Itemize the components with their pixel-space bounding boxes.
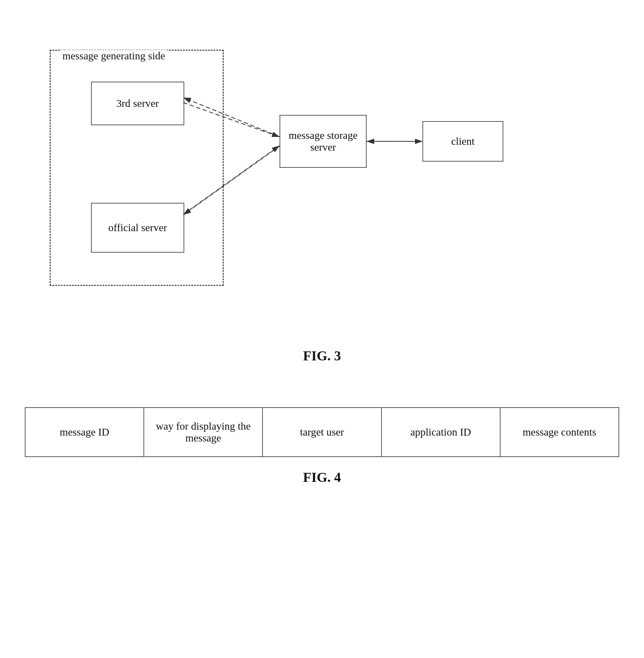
3rd-server-box: 3rd server xyxy=(91,82,184,125)
fig4-caption: FIG. 4 xyxy=(25,470,619,485)
col-way-displaying: way for displaying the message xyxy=(144,408,262,457)
message-storage-server-box: message storageserver xyxy=(280,115,367,168)
fig3-diagram: message generating side 3rd server offic… xyxy=(25,31,619,342)
table-row: message ID way for displaying the messag… xyxy=(25,408,619,457)
fig3-caption: FIG. 3 xyxy=(25,348,619,364)
fig4-container: message ID way for displaying the messag… xyxy=(25,407,619,457)
dashed-box-label: message generating side xyxy=(60,50,167,62)
page: message generating side 3rd server offic… xyxy=(0,0,644,658)
message-generating-side-box: message generating side 3rd server offic… xyxy=(50,50,224,286)
col-target-user: target user xyxy=(262,408,381,457)
col-message-contents: message contents xyxy=(500,408,619,457)
official-server-box: official server xyxy=(91,203,184,253)
col-application-id: application ID xyxy=(382,408,500,457)
fig4-table: message ID way for displaying the messag… xyxy=(25,407,619,457)
col-message-id: message ID xyxy=(25,408,144,457)
client-box: client xyxy=(422,121,503,162)
